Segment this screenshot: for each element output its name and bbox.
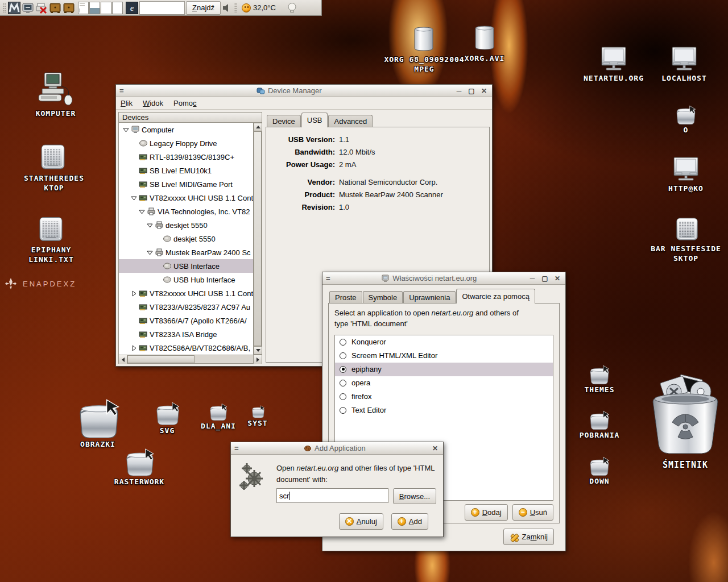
tree-item[interactable]: Legacy Floppy Drive: [119, 136, 253, 150]
tree-item[interactable]: VT82xxxxx UHCI USB 1.1 Contr: [119, 191, 253, 205]
tab-otwarcie-za-pomocą[interactable]: Otwarcie za pomocą: [456, 289, 535, 304]
printer-cancel-launcher[interactable]: [35, 2, 48, 14]
desktop-icon-xorg-avi[interactable]: [473, 25, 496, 53]
desktop-icon-label[interactable]: LOCALHOST: [661, 74, 706, 82]
application-option-screem-html-xml-editor[interactable]: Screem HTML/XML Editor: [335, 349, 553, 363]
properties-titlebar[interactable]: = Właściwości netart.eu.org ─ ▢ ✕: [322, 272, 565, 285]
close-button[interactable]: ✕: [479, 87, 489, 95]
minimize-button[interactable]: ─: [528, 275, 537, 282]
desktop-icon-label[interactable]: DOWN: [589, 477, 609, 485]
tree-expander-open[interactable]: [122, 126, 130, 134]
desktop-icon-label[interactable]: KOMPUTER: [36, 109, 76, 118]
drawer-launcher-1[interactable]: [49, 2, 61, 14]
radio-button[interactable]: [340, 339, 346, 346]
tree-expander-open[interactable]: [146, 249, 154, 256]
device-manager-titlebar[interactable]: = Device Manager ─ ▢ ✕: [116, 85, 492, 97]
tree-item[interactable]: VT8233/A/8235/8237 AC97 Au: [119, 300, 253, 314]
scrollbar-thumb[interactable]: [254, 131, 262, 346]
maximize-button[interactable]: ▢: [467, 87, 476, 95]
add-application-button[interactable]: + Dodaj: [465, 504, 508, 521]
tree-item[interactable]: Computer: [119, 123, 253, 136]
desktop-icon-label[interactable]: STARTHEREDES: [24, 174, 84, 182]
tree-item[interactable]: SB Live! MIDI/Game Port: [119, 177, 253, 191]
workspace-4[interactable]: [112, 2, 123, 14]
tab-symbole[interactable]: Symbole: [363, 291, 403, 303]
radio-button[interactable]: [340, 393, 346, 400]
tree-item[interactable]: RTL-8139/8139C/8139C+: [119, 150, 253, 164]
tree-item[interactable]: VT82xxxxx UHCI USB 1.1 Contr: [119, 286, 253, 300]
browse-button[interactable]: Browse...: [393, 488, 436, 504]
application-option-epiphany[interactable]: epiphany: [335, 363, 553, 376]
desktop-icon-label[interactable]: XORG 68_09092004: [384, 55, 464, 64]
tree-item[interactable]: deskjet 5550: [119, 232, 253, 246]
desktop-icon-label[interactable]: NETARTEU.ORG: [584, 74, 644, 82]
tree-expander-open[interactable]: [130, 194, 138, 202]
desktop-icon-epiphany-linki-txt[interactable]: [38, 216, 64, 244]
desktop-icon-obrazki[interactable]: [76, 398, 122, 444]
tree-item[interactable]: VIA Technologies, Inc. VT82: [119, 205, 253, 218]
menu-pomoc[interactable]: Pomoc: [173, 99, 196, 107]
tree-expander-closed[interactable]: [130, 290, 138, 297]
tree-item[interactable]: Mustek BearPaw 2400 Sc: [119, 246, 253, 259]
main-menu-launcher[interactable]: [8, 2, 20, 14]
desktop-icon-label[interactable]: SVG: [160, 426, 175, 435]
desktop-icon-label[interactable]: XORG.AVI: [465, 54, 505, 63]
devices-column-header[interactable]: Devices: [118, 112, 262, 123]
find-button[interactable]: Znajdź: [186, 1, 221, 15]
tree-item[interactable]: deskjet 5550: [119, 218, 253, 232]
tab-advanced[interactable]: Advanced: [328, 115, 373, 127]
command-input[interactable]: scr: [276, 488, 388, 503]
radio-button[interactable]: [340, 407, 346, 414]
desktop-icon-httpko[interactable]: [673, 157, 699, 183]
add-button[interactable]: + Add: [391, 513, 428, 530]
close-dialog-button[interactable]: Zamknij: [503, 529, 554, 545]
tree-item[interactable]: VT8366/A/7 (Apollo KT266/A/: [119, 314, 253, 327]
desktop-icon-label[interactable]: DLA_ANI: [201, 422, 236, 430]
desktop-icon-netarteu-org[interactable]: [601, 47, 627, 73]
maximize-button[interactable]: ▢: [540, 275, 549, 282]
desktop-icon-label[interactable]: THEMES: [585, 385, 615, 394]
desktop-icon-label[interactable]: RASTERWORK: [114, 477, 164, 486]
desktop-icon-label[interactable]: HTTP@KO: [668, 184, 704, 193]
panel-grip[interactable]: [234, 3, 237, 13]
desktop-icon-localhost[interactable]: [671, 47, 697, 73]
desktop-icon-label[interactable]: SKTOP: [673, 254, 698, 263]
tree-expander-open[interactable]: [138, 208, 146, 215]
device-tree-horizontal-scrollbar[interactable]: [118, 355, 262, 364]
workspace-2[interactable]: [89, 2, 100, 14]
close-button[interactable]: ✕: [431, 444, 440, 452]
desktop-icon-label[interactable]: ŚMIETNIK: [663, 460, 708, 470]
desktop-icon-rasterwork[interactable]: [123, 447, 156, 482]
desktop-icon-label[interactable]: OBRAZKI: [80, 440, 115, 448]
tree-item[interactable]: VT8233A ISA Bridge: [119, 327, 253, 341]
tab-device[interactable]: Device: [267, 115, 301, 127]
tab-usb[interactable]: USB: [301, 113, 328, 127]
application-option-opera[interactable]: opera: [335, 376, 553, 390]
desktop-icon-label[interactable]: KTOP: [44, 184, 64, 192]
desktop-icon-starthere-desktop[interactable]: [40, 143, 66, 173]
desktop-icon-label[interactable]: LINKI.TXT: [28, 255, 73, 264]
desktop-icon-xorg-mpeg[interactable]: [412, 26, 435, 54]
application-option-firefox[interactable]: firefox: [335, 390, 553, 404]
desktop-icon-label[interactable]: SYST: [247, 419, 267, 427]
radio-button[interactable]: [340, 366, 346, 373]
desktop-icon-bar-desktop[interactable]: [675, 217, 699, 243]
taskbar[interactable]: [139, 1, 185, 15]
tree-item[interactable]: USB Interface: [119, 259, 253, 273]
temperature-widget[interactable]: 32,0°C: [239, 3, 278, 13]
application-option-konqueror[interactable]: Konqueror: [335, 335, 553, 349]
menu-plik[interactable]: Plik: [121, 99, 133, 107]
application-option-text-editor[interactable]: Text Editor: [335, 404, 553, 417]
cancel-button[interactable]: ✕ Anuluj: [339, 513, 383, 530]
remove-application-button[interactable]: − Usuń: [512, 504, 553, 521]
desktop-icon-label[interactable]: O: [684, 126, 689, 134]
tree-expander-closed[interactable]: [130, 344, 138, 352]
window-menu-icon[interactable]: =: [326, 276, 330, 281]
tree-item[interactable]: USB Hub Interface: [119, 273, 253, 286]
screen-launcher[interactable]: [22, 2, 34, 14]
desktop-icon-smietnik[interactable]: [648, 372, 722, 459]
volume-icon[interactable]: [222, 3, 232, 13]
workspace-3[interactable]: [101, 2, 111, 14]
tree-item[interactable]: VT82C586A/B/VT82C686/A/B,: [119, 341, 253, 355]
tab-proste[interactable]: Proste: [329, 291, 362, 303]
